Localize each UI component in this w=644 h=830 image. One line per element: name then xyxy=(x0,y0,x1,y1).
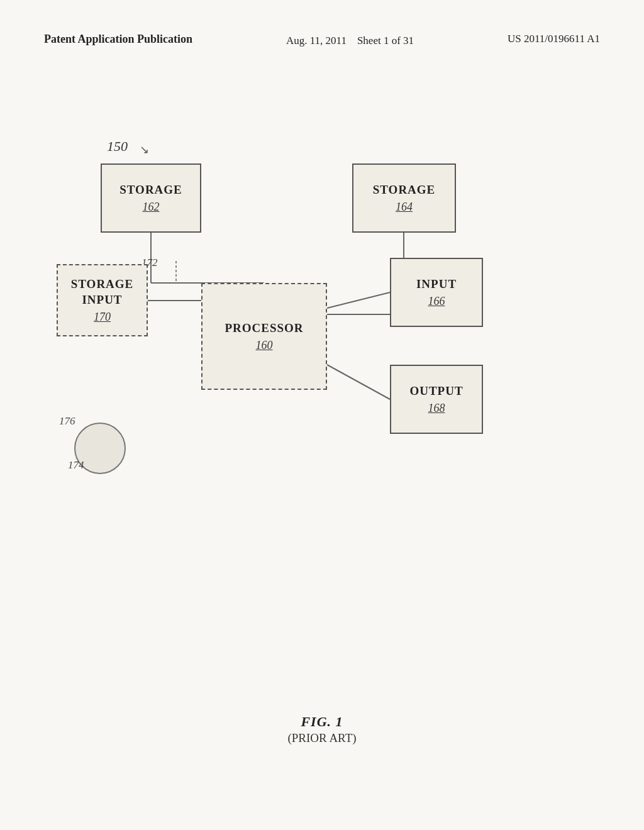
system-label: 150 xyxy=(107,138,128,155)
svg-line-7 xyxy=(327,365,390,399)
header-title: Patent Application Publication xyxy=(44,33,192,46)
storage-164-title: STORAGE xyxy=(373,182,436,198)
processor-160-box: PROCESSOR 160 xyxy=(201,283,327,390)
input-166-box: INPUT 166 xyxy=(390,258,483,327)
storage-162-number: 162 xyxy=(143,201,160,214)
figure-subtitle: (PRIOR ART) xyxy=(0,731,644,745)
storage-input-170-number: 170 xyxy=(94,311,111,324)
storage-164-box: STORAGE 164 xyxy=(352,163,456,233)
header-date-sheet: Aug. 11, 2011 Sheet 1 of 31 xyxy=(286,33,414,49)
figure-title: FIG. 1 xyxy=(0,714,644,730)
label-174: 174 xyxy=(68,459,84,472)
header-patent-number: US 2011/0196611 A1 xyxy=(508,33,600,45)
output-168-box: OUTPUT 168 xyxy=(390,365,483,434)
storage-162-title: STORAGE xyxy=(119,182,182,198)
output-168-title: OUTPUT xyxy=(409,384,463,399)
processor-160-title: PROCESSOR xyxy=(225,321,303,336)
output-168-number: 168 xyxy=(428,402,445,415)
svg-line-6 xyxy=(327,292,390,308)
storage-164-number: 164 xyxy=(396,201,413,214)
input-166-title: INPUT xyxy=(416,277,457,292)
header-sheet: Sheet 1 of 31 xyxy=(357,35,414,47)
figure-caption: FIG. 1 (PRIOR ART) xyxy=(0,714,644,745)
processor-160-number: 160 xyxy=(256,339,273,352)
storage-input-170-title: STORAGE INPUT xyxy=(71,277,134,307)
diagram-area: 150 ↘ 172 STORAGE xyxy=(50,138,594,629)
page-header: Patent Application Publication Aug. 11, … xyxy=(0,33,644,49)
arrow-150-icon: ↘ xyxy=(140,143,149,157)
input-166-number: 166 xyxy=(428,295,445,308)
storage-input-170-box: STORAGE INPUT 170 xyxy=(57,264,148,336)
header-date: Aug. 11, 2011 xyxy=(286,35,347,47)
patent-page: Patent Application Publication Aug. 11, … xyxy=(0,0,644,830)
storage-162-box: STORAGE 162 xyxy=(101,163,201,233)
label-176: 176 xyxy=(59,415,75,428)
